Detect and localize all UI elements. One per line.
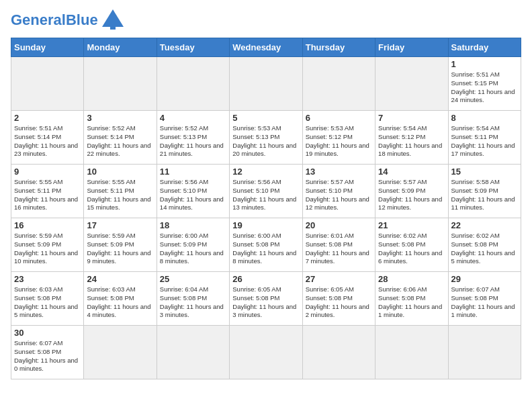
day-info: Sunrise: 5:59 AM Sunset: 5:09 PM Dayligh… bbox=[14, 232, 81, 266]
day-info: Sunrise: 6:07 AM Sunset: 5:08 PM Dayligh… bbox=[14, 339, 81, 373]
day-cell: 25Sunrise: 6:04 AM Sunset: 5:08 PM Dayli… bbox=[157, 272, 229, 326]
day-cell: 18Sunrise: 6:00 AM Sunset: 5:09 PM Dayli… bbox=[157, 218, 229, 272]
weekday-header-wednesday: Wednesday bbox=[230, 38, 302, 57]
day-number: 7 bbox=[378, 113, 445, 123]
day-number: 25 bbox=[160, 274, 226, 284]
day-number: 5 bbox=[232, 113, 299, 123]
day-info: Sunrise: 6:01 AM Sunset: 5:08 PM Dayligh… bbox=[306, 232, 372, 266]
day-number: 26 bbox=[232, 274, 299, 284]
day-info: Sunrise: 6:04 AM Sunset: 5:08 PM Dayligh… bbox=[160, 285, 226, 320]
day-info: Sunrise: 5:52 AM Sunset: 5:13 PM Dayligh… bbox=[160, 124, 226, 158]
day-cell: 19Sunrise: 6:00 AM Sunset: 5:08 PM Dayli… bbox=[230, 218, 302, 272]
day-cell: 29Sunrise: 6:07 AM Sunset: 5:08 PM Dayli… bbox=[448, 272, 521, 326]
weekday-header-row: SundayMondayTuesdayWednesdayThursdayFrid… bbox=[11, 38, 521, 57]
day-number: 4 bbox=[160, 113, 226, 123]
week-row-5: 23Sunrise: 6:03 AM Sunset: 5:08 PM Dayli… bbox=[11, 272, 521, 326]
day-info: Sunrise: 5:56 AM Sunset: 5:10 PM Dayligh… bbox=[232, 178, 299, 212]
day-cell: 3Sunrise: 5:52 AM Sunset: 5:14 PM Daylig… bbox=[84, 111, 157, 165]
week-row-6: 30Sunrise: 6:07 AM Sunset: 5:08 PM Dayli… bbox=[11, 326, 521, 379]
day-number: 3 bbox=[87, 113, 153, 123]
day-number: 6 bbox=[306, 113, 372, 123]
day-cell: 23Sunrise: 6:03 AM Sunset: 5:08 PM Dayli… bbox=[11, 272, 84, 326]
day-number: 15 bbox=[451, 167, 518, 177]
day-number: 22 bbox=[451, 220, 518, 230]
day-info: Sunrise: 6:03 AM Sunset: 5:08 PM Dayligh… bbox=[87, 285, 153, 320]
day-cell: 24Sunrise: 6:03 AM Sunset: 5:08 PM Dayli… bbox=[84, 272, 157, 326]
day-info: Sunrise: 5:52 AM Sunset: 5:14 PM Dayligh… bbox=[87, 124, 153, 158]
day-number: 28 bbox=[378, 274, 445, 284]
day-info: Sunrise: 5:56 AM Sunset: 5:10 PM Dayligh… bbox=[160, 178, 226, 212]
day-cell: 4Sunrise: 5:52 AM Sunset: 5:13 PM Daylig… bbox=[157, 111, 229, 165]
day-cell bbox=[302, 326, 375, 379]
day-cell: 28Sunrise: 6:06 AM Sunset: 5:08 PM Dayli… bbox=[375, 272, 448, 326]
day-cell: 7Sunrise: 5:54 AM Sunset: 5:12 PM Daylig… bbox=[375, 111, 448, 165]
logo-icon bbox=[101, 8, 125, 30]
day-info: Sunrise: 6:07 AM Sunset: 5:08 PM Dayligh… bbox=[451, 285, 518, 320]
logo-text: GeneralBlue bbox=[11, 13, 98, 28]
day-info: Sunrise: 5:54 AM Sunset: 5:11 PM Dayligh… bbox=[451, 124, 518, 158]
day-info: Sunrise: 6:02 AM Sunset: 5:08 PM Dayligh… bbox=[451, 232, 518, 266]
day-cell bbox=[84, 326, 157, 379]
day-cell: 17Sunrise: 5:59 AM Sunset: 5:09 PM Dayli… bbox=[84, 218, 157, 272]
day-cell bbox=[230, 326, 302, 379]
day-number: 1 bbox=[451, 59, 518, 69]
day-cell: 2Sunrise: 5:51 AM Sunset: 5:14 PM Daylig… bbox=[11, 111, 84, 165]
week-row-2: 2Sunrise: 5:51 AM Sunset: 5:14 PM Daylig… bbox=[11, 111, 521, 165]
day-cell: 8Sunrise: 5:54 AM Sunset: 5:11 PM Daylig… bbox=[448, 111, 521, 165]
logo: GeneralBlue bbox=[11, 11, 125, 30]
day-number: 21 bbox=[378, 220, 445, 230]
day-cell: 11Sunrise: 5:56 AM Sunset: 5:10 PM Dayli… bbox=[157, 165, 229, 218]
weekday-header-saturday: Saturday bbox=[448, 38, 521, 57]
day-cell bbox=[157, 57, 229, 111]
day-number: 10 bbox=[87, 167, 153, 177]
day-number: 18 bbox=[160, 220, 226, 230]
day-number: 14 bbox=[378, 167, 445, 177]
day-number: 19 bbox=[232, 220, 299, 230]
day-number: 2 bbox=[14, 113, 81, 123]
day-info: Sunrise: 5:59 AM Sunset: 5:09 PM Dayligh… bbox=[87, 232, 153, 266]
day-info: Sunrise: 5:54 AM Sunset: 5:12 PM Dayligh… bbox=[378, 124, 445, 158]
page-header: GeneralBlue bbox=[11, 11, 521, 30]
day-info: Sunrise: 6:00 AM Sunset: 5:08 PM Dayligh… bbox=[232, 232, 299, 266]
day-info: Sunrise: 6:06 AM Sunset: 5:08 PM Dayligh… bbox=[378, 285, 445, 320]
day-cell: 16Sunrise: 5:59 AM Sunset: 5:09 PM Dayli… bbox=[11, 218, 84, 272]
day-cell: 5Sunrise: 5:53 AM Sunset: 5:13 PM Daylig… bbox=[230, 111, 302, 165]
day-info: Sunrise: 5:51 AM Sunset: 5:15 PM Dayligh… bbox=[451, 71, 518, 105]
day-cell bbox=[375, 57, 448, 111]
day-info: Sunrise: 6:05 AM Sunset: 5:08 PM Dayligh… bbox=[306, 285, 372, 320]
day-info: Sunrise: 6:02 AM Sunset: 5:08 PM Dayligh… bbox=[378, 232, 445, 266]
day-info: Sunrise: 5:58 AM Sunset: 5:09 PM Dayligh… bbox=[451, 178, 518, 212]
calendar: SundayMondayTuesdayWednesdayThursdayFrid… bbox=[11, 38, 521, 379]
day-number: 27 bbox=[306, 274, 372, 284]
day-cell: 14Sunrise: 5:57 AM Sunset: 5:09 PM Dayli… bbox=[375, 165, 448, 218]
day-cell: 6Sunrise: 5:53 AM Sunset: 5:12 PM Daylig… bbox=[302, 111, 375, 165]
day-cell bbox=[448, 326, 521, 379]
day-number: 13 bbox=[306, 167, 372, 177]
day-cell: 12Sunrise: 5:56 AM Sunset: 5:10 PM Dayli… bbox=[230, 165, 302, 218]
day-number: 16 bbox=[14, 220, 81, 230]
day-number: 23 bbox=[14, 274, 81, 284]
week-row-1: 1Sunrise: 5:51 AM Sunset: 5:15 PM Daylig… bbox=[11, 57, 521, 111]
day-cell bbox=[302, 57, 375, 111]
day-number: 24 bbox=[87, 274, 153, 284]
day-info: Sunrise: 6:00 AM Sunset: 5:09 PM Dayligh… bbox=[160, 232, 226, 266]
week-row-4: 16Sunrise: 5:59 AM Sunset: 5:09 PM Dayli… bbox=[11, 218, 521, 272]
day-cell: 1Sunrise: 5:51 AM Sunset: 5:15 PM Daylig… bbox=[448, 57, 521, 111]
day-info: Sunrise: 5:55 AM Sunset: 5:11 PM Dayligh… bbox=[87, 178, 153, 212]
day-info: Sunrise: 5:53 AM Sunset: 5:13 PM Dayligh… bbox=[232, 124, 299, 158]
day-cell: 13Sunrise: 5:57 AM Sunset: 5:10 PM Dayli… bbox=[302, 165, 375, 218]
day-info: Sunrise: 5:51 AM Sunset: 5:14 PM Dayligh… bbox=[14, 124, 81, 158]
day-cell bbox=[230, 57, 302, 111]
day-cell bbox=[84, 57, 157, 111]
weekday-header-sunday: Sunday bbox=[11, 38, 84, 57]
day-info: Sunrise: 5:57 AM Sunset: 5:09 PM Dayligh… bbox=[378, 178, 445, 212]
day-cell: 20Sunrise: 6:01 AM Sunset: 5:08 PM Dayli… bbox=[302, 218, 375, 272]
day-number: 17 bbox=[87, 220, 153, 230]
week-row-3: 9Sunrise: 5:55 AM Sunset: 5:11 PM Daylig… bbox=[11, 165, 521, 218]
day-number: 30 bbox=[14, 328, 81, 338]
day-cell: 30Sunrise: 6:07 AM Sunset: 5:08 PM Dayli… bbox=[11, 326, 84, 379]
weekday-header-monday: Monday bbox=[84, 38, 157, 57]
day-cell: 26Sunrise: 6:05 AM Sunset: 5:08 PM Dayli… bbox=[230, 272, 302, 326]
weekday-header-friday: Friday bbox=[375, 38, 448, 57]
day-cell: 10Sunrise: 5:55 AM Sunset: 5:11 PM Dayli… bbox=[84, 165, 157, 218]
